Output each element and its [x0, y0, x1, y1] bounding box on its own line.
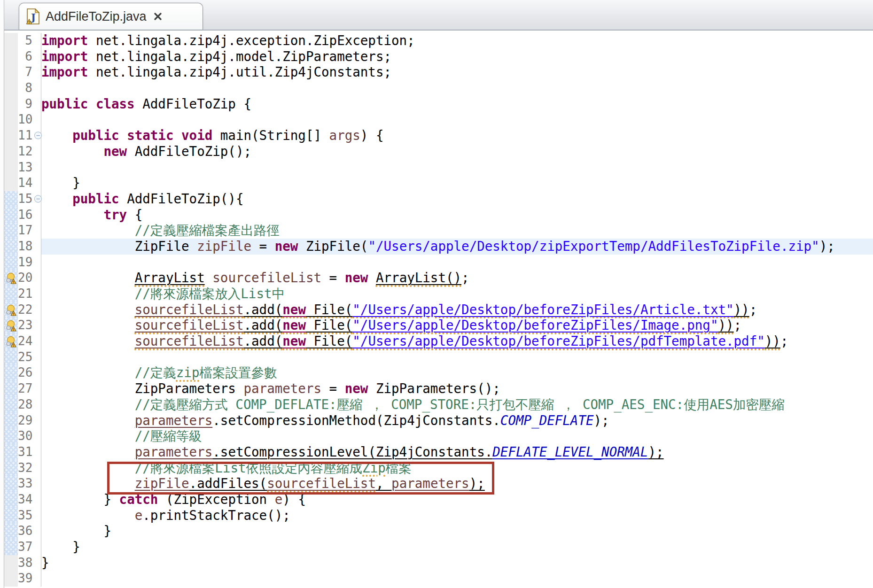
code-text[interactable]: [41, 112, 873, 128]
code-text[interactable]: import net.lingala.zip4j.exception.ZipEx…: [41, 33, 873, 49]
code-text[interactable]: [41, 349, 873, 365]
code-token: new: [345, 381, 368, 396]
code-token: ;: [734, 317, 742, 333]
code-token: {: [127, 207, 142, 222]
code-line-22[interactable]: !22 sourcefileList.add(new File("/Users/…: [4, 302, 873, 318]
code-text[interactable]: [41, 571, 873, 587]
line-number: 35: [18, 508, 34, 524]
code-text[interactable]: import net.lingala.zip4j.util.Zip4jConst…: [41, 64, 873, 80]
code-text[interactable]: sourcefileList.add(new File("/Users/appl…: [41, 317, 873, 333]
warning-quickfix-bulb-icon[interactable]: !: [5, 304, 17, 316]
warning-quickfix-bulb-icon[interactable]: !: [5, 319, 17, 332]
code-editor[interactable]: 5import net.lingala.zip4j.exception.ZipE…: [4, 31, 873, 588]
code-line-10[interactable]: 10: [4, 112, 873, 128]
collapse-toggle-icon[interactable]: −: [34, 132, 42, 139]
code-text[interactable]: }: [41, 523, 873, 539]
code-token: //壓縮等級: [135, 428, 202, 443]
code-line-38[interactable]: 38}: [4, 555, 873, 571]
code-line-9[interactable]: 9public class AddFileToZip {: [4, 96, 873, 112]
line-number: 12: [18, 144, 34, 160]
code-text[interactable]: new AddFileToZip();: [41, 144, 873, 160]
code-line-5[interactable]: 5import net.lingala.zip4j.exception.ZipE…: [4, 33, 873, 49]
code-text[interactable]: import net.lingala.zip4j.model.ZipParame…: [41, 49, 873, 65]
code-line-13[interactable]: 13: [4, 160, 873, 176]
code-line-25[interactable]: 25: [4, 349, 873, 365]
tab-addfiletozip-java[interactable]: J ! AddFileToZip.java: [19, 3, 203, 30]
code-line-18[interactable]: 18 ZipFile zipFile = new ZipFile("/Users…: [4, 239, 873, 255]
code-text[interactable]: [41, 160, 873, 176]
code-token: zipFile: [197, 239, 251, 254]
code-line-28[interactable]: 28 //定義壓縮方式 COMP_DEFLATE:壓縮 ， COMP_STORE…: [4, 397, 873, 413]
code-line-19[interactable]: 19: [4, 255, 873, 271]
code-token: parameters: [391, 476, 469, 491]
marker-column-cell: [4, 160, 18, 176]
code-line-15[interactable]: 15− public AddFileToZip(){: [4, 191, 873, 207]
warning-quickfix-bulb-icon[interactable]: !: [5, 335, 17, 348]
code-line-7[interactable]: 7import net.lingala.zip4j.util.Zip4jCons…: [4, 64, 873, 80]
code-token: [41, 286, 135, 301]
code-text[interactable]: [41, 80, 873, 96]
code-text[interactable]: zipFile.addFiles(sourcefileList, paramet…: [41, 476, 873, 492]
code-text[interactable]: sourcefileList.add(new File("/Users/appl…: [41, 302, 873, 318]
code-line-8[interactable]: 8: [4, 80, 873, 96]
code-line-29[interactable]: 29 parameters.setCompressionMethod(Zip4j…: [4, 413, 873, 429]
tab-close-icon[interactable]: [152, 11, 164, 22]
code-text[interactable]: public class AddFileToZip {: [41, 96, 873, 112]
code-line-30[interactable]: 30 //壓縮等級: [4, 428, 873, 444]
code-line-21[interactable]: 21 //將來源檔案放入List中: [4, 286, 873, 302]
code-token: public: [72, 191, 119, 206]
code-text[interactable]: ZipParameters parameters = new ZipParame…: [41, 381, 873, 397]
code-token: .setCompressionMethod(Zip4jConstants.: [212, 413, 500, 428]
code-line-32[interactable]: 32 //將來源檔案List依照設定內容壓縮成Zip檔案: [4, 460, 873, 476]
code-text[interactable]: e.printStackTrace();: [41, 508, 873, 524]
code-line-11[interactable]: 11− public static void main(String[] arg…: [4, 128, 873, 144]
code-line-27[interactable]: 27 ZipParameters parameters = new ZipPar…: [4, 381, 873, 397]
code-text[interactable]: try {: [41, 207, 873, 223]
code-text[interactable]: [41, 255, 873, 271]
code-text[interactable]: //壓縮等級: [41, 428, 873, 444]
code-token: }: [41, 492, 119, 507]
line-number: 36: [18, 523, 34, 539]
code-line-31[interactable]: 31 parameters.setCompressionLevel(Zip4jC…: [4, 444, 873, 460]
code-line-23[interactable]: !23 sourcefileList.add(new File("/Users/…: [4, 317, 873, 333]
code-text[interactable]: }: [41, 555, 873, 571]
warning-quickfix-bulb-icon[interactable]: !: [5, 272, 17, 284]
code-line-33[interactable]: 33 zipFile.addFiles(sourcefileList, para…: [4, 476, 873, 492]
line-number: 28: [18, 397, 34, 413]
code-text[interactable]: ZipFile zipFile = new ZipFile("/Users/ap…: [41, 239, 873, 255]
code-line-34[interactable]: 34 } catch (ZipException e) {: [4, 492, 873, 508]
code-text[interactable]: //定義壓縮方式 COMP_DEFLATE:壓縮 ， COMP_STORE:只打…: [41, 397, 873, 413]
collapse-toggle-icon[interactable]: −: [34, 195, 42, 202]
code-text[interactable]: //將來源檔案放入List中: [41, 286, 873, 302]
code-text[interactable]: //定義zip檔案設置參數: [41, 365, 873, 381]
code-line-20[interactable]: !20 ArrayList sourcefileList = new Array…: [4, 270, 873, 286]
warning-underline: ArrayList(): [376, 270, 461, 285]
code-token: parameters: [243, 381, 321, 396]
code-line-24[interactable]: !24 sourcefileList.add(new File("/Users/…: [4, 333, 873, 349]
code-line-6[interactable]: 6import net.lingala.zip4j.model.ZipParam…: [4, 49, 873, 65]
code-line-14[interactable]: 14 }: [4, 175, 873, 191]
line-number: 25: [18, 349, 34, 365]
code-token: sourcefileList: [135, 302, 244, 317]
code-text[interactable]: }: [41, 175, 873, 191]
code-text[interactable]: ArrayList sourcefileList = new ArrayList…: [41, 270, 873, 286]
code-line-12[interactable]: 12 new AddFileToZip();: [4, 144, 873, 160]
code-text[interactable]: parameters.setCompressionMethod(Zip4jCon…: [41, 413, 873, 429]
code-text[interactable]: public static void main(String[] args) {: [41, 128, 873, 144]
code-line-16[interactable]: 16 try {: [4, 207, 873, 223]
code-line-17[interactable]: 17 //定義壓縮檔案產出路徑: [4, 223, 873, 239]
code-line-35[interactable]: 35 e.printStackTrace();: [4, 508, 873, 524]
marker-column-cell: [4, 80, 18, 96]
code-line-26[interactable]: 26 //定義zip檔案設置參數: [4, 365, 873, 381]
code-line-37[interactable]: 37 }: [4, 539, 873, 555]
code-text[interactable]: } catch (ZipException e) {: [41, 492, 873, 508]
code-text[interactable]: //定義壓縮檔案產出路徑: [41, 223, 873, 239]
code-text[interactable]: //將來源檔案List依照設定內容壓縮成Zip檔案: [41, 460, 873, 476]
code-line-36[interactable]: 36 }: [4, 523, 873, 539]
code-text[interactable]: parameters.setCompressionLevel(Zip4jCons…: [41, 444, 873, 460]
code-text[interactable]: sourcefileList.add(new File("/Users/appl…: [41, 333, 873, 349]
fold-column-cell: [34, 460, 41, 476]
code-text[interactable]: public AddFileToZip(){: [41, 191, 873, 207]
code-line-39[interactable]: 39: [4, 571, 873, 587]
code-text[interactable]: }: [41, 539, 873, 555]
